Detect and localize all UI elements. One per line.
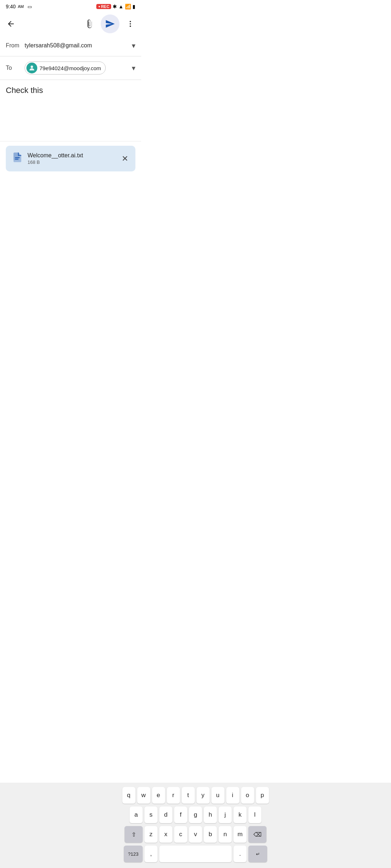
attachment-info: Welcome__otter.ai.txt 168 B xyxy=(28,152,83,165)
from-value: tylersarah508@gmail.com xyxy=(25,42,129,49)
attachment-name: Welcome__otter.ai.txt xyxy=(28,152,83,159)
back-button[interactable] xyxy=(3,16,19,32)
svg-point-1 xyxy=(130,23,131,25)
subject-area: Check this xyxy=(0,80,141,98)
attachment-card: Welcome__otter.ai.txt 168 B ✕ xyxy=(6,146,135,171)
key-w[interactable]: w xyxy=(137,787,142,804)
to-label: To xyxy=(6,65,25,71)
key-a[interactable]: a xyxy=(130,807,141,823)
attachment-size: 168 B xyxy=(28,159,83,165)
status-bar: 9:40 AM ▭ ● REC ✱ ▲ 📶 ▮ xyxy=(0,0,141,13)
keyboard-row-3: ⇧ z x c v b n m ⌫ xyxy=(1,826,141,843)
keyboard-row-1: q w e r t y u i o p xyxy=(1,787,141,804)
svg-point-2 xyxy=(130,26,131,27)
from-label: From xyxy=(6,42,25,49)
send-button[interactable] xyxy=(101,14,119,33)
recipient-chip[interactable]: 79e94024@moodjoy.com xyxy=(25,61,106,75)
attachment-remove-button[interactable]: ✕ xyxy=(120,153,130,165)
svg-rect-5 xyxy=(15,157,20,158)
avatar xyxy=(26,63,37,73)
signal-icon: ▲ xyxy=(118,4,123,9)
more-icon xyxy=(126,20,134,28)
attachment-section: Welcome__otter.ai.txt 168 B ✕ xyxy=(0,141,141,176)
status-icons: ● REC ✱ ▲ 📶 ▮ xyxy=(96,4,135,9)
subject-text: Check this xyxy=(6,86,43,95)
from-dropdown[interactable]: ▾ xyxy=(132,41,135,50)
keyboard: q w e r t y u i o p a s d f g h j k l ⇧ … xyxy=(0,783,141,868)
back-icon xyxy=(7,20,15,28)
battery-icon: ▮ xyxy=(133,4,135,9)
more-button[interactable] xyxy=(122,16,138,32)
keyboard-row-2: a s d f g h j k l xyxy=(1,807,141,823)
attach-button[interactable] xyxy=(82,16,98,32)
attachment-file-icon xyxy=(12,152,23,166)
wifi-icon: 📶 xyxy=(125,4,131,9)
from-field: From tylersarah508@gmail.com ▾ xyxy=(0,35,141,56)
attachment-left: Welcome__otter.ai.txt 168 B xyxy=(12,152,83,166)
keyboard-row-4: ?123 , . ↵ xyxy=(1,846,141,862)
key-q[interactable]: q xyxy=(122,787,135,804)
to-field: To 79e94024@moodjoy.com ▾ xyxy=(0,56,141,80)
shift-key[interactable]: ⇧ xyxy=(125,826,141,843)
svg-point-0 xyxy=(130,21,131,22)
status-time: 9:40 xyxy=(6,4,16,9)
attach-icon xyxy=(85,19,94,29)
body-area[interactable] xyxy=(0,98,141,141)
to-dropdown[interactable]: ▾ xyxy=(132,64,135,72)
status-ampm: AM xyxy=(18,4,24,9)
numbers-key[interactable]: ?123 xyxy=(124,846,141,862)
recording-badge: ● REC xyxy=(96,4,111,9)
svg-rect-6 xyxy=(15,159,18,159)
bluetooth-icon: ✱ xyxy=(113,4,117,9)
svg-point-3 xyxy=(31,65,33,68)
recipient-email: 79e94024@moodjoy.com xyxy=(39,65,101,71)
send-icon xyxy=(105,19,115,29)
toolbar xyxy=(0,13,141,35)
video-call-icon: ▭ xyxy=(28,4,32,9)
